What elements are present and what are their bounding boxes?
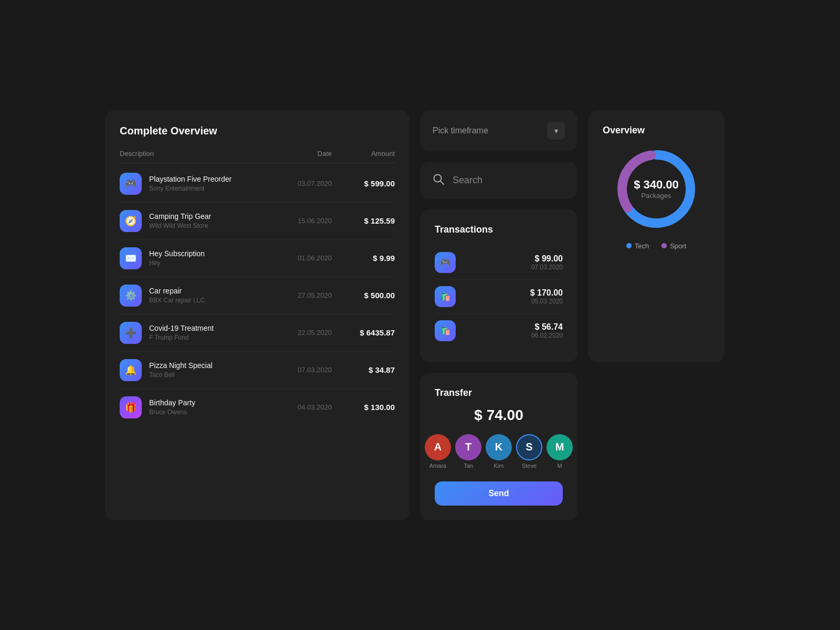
tx-date: 22.05.2020 — [269, 329, 332, 337]
table-row: ➕ Covid-19 Treatment F Trump Fund 22.05.… — [120, 314, 395, 352]
tx-details: Covid-19 Treatment F Trump Fund — [149, 324, 214, 341]
avatar-wrap[interactable]: S Steve — [516, 434, 542, 469]
mini-tx-date: 06.02.2020 — [531, 332, 563, 339]
tx-icon: 🔔 — [120, 359, 142, 381]
mini-tx-row: 🎮 $ 99.00 07.03.2020 — [435, 246, 563, 280]
donut-amount: $ 340.00 — [634, 178, 679, 192]
timeframe-chevron[interactable]: ▾ — [547, 122, 565, 140]
search-icon — [433, 173, 444, 187]
tx-icon: ➕ — [120, 322, 142, 344]
overview-donut-card: Overview $ 340.00 Packages Tech — [588, 110, 724, 362]
tx-amount: $ 130.00 — [332, 403, 395, 412]
tx-details: Birthday Party Bruce Owens — [149, 398, 195, 416]
tx-name: Covid-19 Treatment — [149, 324, 214, 332]
table-header: Description Date Amount — [120, 150, 395, 163]
mini-tx-amount: $ 170.00 — [530, 288, 563, 298]
tx-name: Car repair — [149, 287, 206, 295]
mini-tx-icon: 🎮 — [435, 252, 456, 273]
sport-label: Sport — [670, 242, 686, 250]
avatar-name: Amara — [429, 463, 446, 469]
table-row: ⚙️ Car repair BBX Car repair LLC. 27.05.… — [120, 277, 395, 314]
tx-date: 15.06.2020 — [269, 217, 332, 225]
overview-title: Complete Overview — [120, 125, 395, 137]
avatar[interactable]: S — [516, 434, 542, 460]
tx-date: 03.07.2020 — [269, 180, 332, 187]
tech-dot — [626, 243, 632, 248]
avatar-name: M — [557, 463, 562, 469]
tx-info: 🎁 Birthday Party Bruce Owens — [120, 396, 269, 418]
tx-name: Hey Subscription — [149, 249, 205, 258]
col-date: Date — [269, 150, 332, 158]
tx-info: ➕ Covid-19 Treatment F Trump Fund — [120, 322, 269, 344]
transaction-list: 🎮 Playstation Five Preorder Sony Enterta… — [120, 165, 395, 426]
avatar-wrap[interactable]: K Kim — [486, 434, 512, 469]
tx-details: Camping Trip Gear Wild Wild West Store — [149, 212, 211, 229]
mini-tx-date: 05.03.2020 — [530, 298, 563, 305]
avatar-name: Steve — [522, 463, 537, 469]
tx-date: 04.03.2020 — [269, 403, 332, 411]
timeframe-card: Pick timeframe ▾ — [420, 110, 578, 151]
tx-icon: 🧭 — [120, 210, 142, 232]
avatar-name: Tan — [464, 463, 473, 469]
mini-tx-right: $ 99.00 07.03.2020 — [531, 254, 563, 271]
donut-center: $ 340.00 Packages — [634, 178, 679, 200]
tx-details: Car repair BBX Car repair LLC. — [149, 287, 206, 304]
mini-tx-icon: 🛍️ — [435, 320, 456, 341]
overview-card: Complete Overview Description Date Amoun… — [105, 110, 410, 520]
tx-amount: $ 599.00 — [332, 179, 395, 188]
mini-tx-row: 🛍️ $ 56.74 06.02.2020 — [435, 314, 563, 348]
mini-tx-date: 07.03.2020 — [531, 264, 563, 271]
transfer-amount: $ 74.00 — [435, 407, 563, 424]
mini-tx-icon: 🛍️ — [435, 286, 456, 307]
tx-info: 🎮 Playstation Five Preorder Sony Enterta… — [120, 173, 269, 195]
tx-details: Hey Subscription Hey — [149, 249, 205, 267]
table-row: 🧭 Camping Trip Gear Wild Wild West Store… — [120, 203, 395, 240]
transactions-card: Transactions 🎮 $ 99.00 07.03.2020 🛍️ $ 1… — [420, 209, 578, 362]
transactions-title: Transactions — [435, 224, 563, 235]
tx-sub: Wild Wild West Store — [149, 222, 211, 229]
timeframe-selector[interactable]: Pick timeframe ▾ — [433, 122, 565, 140]
tx-date: 07.03.2020 — [269, 366, 332, 374]
tx-icon: 🎮 — [120, 173, 142, 195]
avatar[interactable]: T — [455, 434, 481, 460]
tx-icon: ⚙️ — [120, 285, 142, 307]
table-row: 🔔 Pizza Night Special Taco Bell 07.03.20… — [120, 352, 395, 389]
tx-sub: Sony Entertainment — [149, 185, 232, 192]
donut-legend: Tech Sport — [603, 242, 710, 250]
tx-info: 🧭 Camping Trip Gear Wild Wild West Store — [120, 210, 269, 232]
mini-tx-amount: $ 99.00 — [531, 254, 563, 264]
sport-dot — [662, 243, 667, 248]
search-card[interactable]: Search — [420, 162, 578, 199]
avatar-wrap[interactable]: M M — [547, 434, 573, 469]
donut-container: $ 340.00 Packages — [603, 144, 710, 234]
contacts-row: A Amara T Tan K Kim S Steve M M — [435, 434, 563, 469]
middle-column: Pick timeframe ▾ Search Transactions 🎮 $… — [420, 110, 578, 362]
avatar-name: Kim — [494, 463, 504, 469]
avatar[interactable]: A — [425, 434, 451, 460]
mini-transaction-list: 🎮 $ 99.00 07.03.2020 🛍️ $ 170.00 05.03.2… — [435, 246, 563, 348]
avatar[interactable]: M — [547, 434, 573, 460]
tx-amount: $ 34.87 — [332, 365, 395, 374]
tx-sub: BBX Car repair LLC. — [149, 297, 206, 304]
donut-title: Overview — [603, 125, 710, 136]
timeframe-label: Pick timeframe — [433, 126, 488, 135]
mini-tx-right: $ 170.00 05.03.2020 — [530, 288, 563, 305]
tx-amount: $ 125.59 — [332, 216, 395, 225]
send-button[interactable]: Send — [435, 481, 563, 506]
tx-sub: Hey — [149, 259, 205, 267]
tx-sub: F Trump Fund — [149, 334, 214, 341]
mini-tx-amount: $ 56.74 — [531, 322, 563, 332]
tx-name: Playstation Five Preorder — [149, 175, 232, 183]
search-text: Search — [453, 175, 482, 186]
tech-label: Tech — [635, 242, 649, 250]
avatar-wrap[interactable]: A Amara — [425, 434, 451, 469]
legend-tech: Tech — [626, 242, 649, 250]
col-description: Description — [120, 150, 269, 158]
avatar-wrap[interactable]: T Tan — [455, 434, 481, 469]
tx-details: Playstation Five Preorder Sony Entertain… — [149, 175, 232, 192]
tx-sub: Bruce Owens — [149, 408, 195, 416]
donut-category: Packages — [634, 192, 679, 200]
tx-details: Pizza Night Special Taco Bell — [149, 361, 213, 379]
table-row: 🎁 Birthday Party Bruce Owens 04.03.2020 … — [120, 389, 395, 426]
avatar[interactable]: K — [486, 434, 512, 460]
